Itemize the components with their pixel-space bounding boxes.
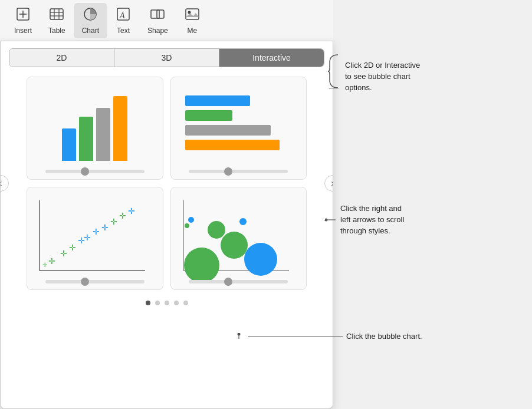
segment-interactive[interactable]: Interactive — [219, 49, 324, 67]
slider-3[interactable] — [45, 280, 145, 283]
shape-label: Shape — [147, 27, 168, 35]
svg-rect-12 — [157, 10, 164, 18]
page-dot-2[interactable] — [155, 301, 160, 305]
chart-card-scatter[interactable]: ✛ ✛ ✛ ✛ ✛ ✛ ✛ ✛ ✛ ✛ ✛ — [27, 187, 163, 290]
svg-rect-3 — [50, 9, 63, 19]
chart-card-bar-vertical[interactable] — [27, 77, 163, 180]
arrow-right-icon — [325, 216, 337, 223]
chart-label: Chart — [82, 27, 99, 35]
annotation-3-text: Click the bubble chart. — [346, 331, 422, 342]
annotation-3: Click the bubble chart. — [233, 331, 422, 342]
slider-thumb-3 — [81, 278, 89, 286]
segment-control: 2D 3D Interactive — [9, 48, 324, 67]
svg-point-16 — [325, 219, 328, 222]
chart-grid: ✛ ✛ ✛ ✛ ✛ ✛ ✛ ✛ ✛ ✛ ✛ — [18, 72, 315, 295]
text-button[interactable]: A Text — [107, 3, 139, 38]
bar-horizontal-chart — [177, 84, 301, 161]
table-icon — [49, 6, 64, 24]
arrow-down-icon — [233, 333, 245, 340]
scatter-chart: ✛ ✛ ✛ ✛ ✛ ✛ ✛ ✛ ✛ ✛ ✛ — [33, 194, 157, 271]
nav-right-button[interactable]: › — [324, 175, 333, 192]
page-dot-1[interactable] — [146, 301, 150, 305]
segment-2d[interactable]: 2D — [9, 49, 114, 67]
shape-icon — [150, 6, 165, 24]
media-label: Me — [187, 27, 197, 35]
segment-3d[interactable]: 3D — [114, 49, 219, 67]
chart-icon — [83, 6, 98, 24]
slider-thumb-2 — [224, 167, 232, 176]
text-label: Text — [117, 27, 130, 35]
insert-label: Insert — [14, 27, 32, 35]
slider-2[interactable] — [189, 170, 288, 173]
chart-panel: 2D 3D Interactive ‹ › — [0, 41, 333, 409]
toolbar: Insert Table Chart A — [0, 0, 333, 41]
bubble-chart — [177, 194, 301, 271]
chart-button[interactable]: Chart — [74, 3, 107, 38]
annotation-1-text: Click 2D or Interactive to see bubble ch… — [345, 60, 420, 94]
nav-left-button[interactable]: ‹ — [0, 175, 9, 192]
media-icon — [185, 6, 200, 24]
bar-vertical-chart — [33, 84, 157, 161]
slider-1[interactable] — [45, 170, 145, 173]
brace-icon — [327, 54, 340, 88]
insert-button[interactable]: Insert — [6, 3, 40, 38]
table-button[interactable]: Table — [40, 3, 74, 38]
annotation-2: Click the right and left arrows to scrol… — [324, 203, 404, 237]
svg-rect-11 — [151, 10, 159, 18]
annotation-1: Click 2D or Interactive to see bubble ch… — [327, 52, 420, 94]
svg-point-14 — [188, 11, 191, 14]
media-button[interactable]: Me — [176, 3, 208, 38]
slider-thumb-4 — [224, 278, 232, 286]
slider-thumb-1 — [81, 167, 89, 176]
pagination — [1, 295, 333, 312]
table-label: Table — [48, 27, 65, 35]
chevron-left-icon: ‹ — [0, 178, 2, 189]
chevron-right-icon: › — [331, 178, 333, 189]
svg-rect-13 — [186, 9, 199, 19]
chart-card-bar-horizontal[interactable] — [170, 77, 307, 180]
shape-button[interactable]: Shape — [139, 3, 176, 38]
annotation-2-text: Click the right and left arrows to scrol… — [340, 203, 404, 237]
page-dot-5[interactable] — [183, 301, 188, 305]
insert-icon — [15, 6, 31, 24]
page-dot-4[interactable] — [174, 301, 179, 305]
svg-point-18 — [238, 333, 241, 336]
svg-text:A: A — [119, 11, 125, 20]
page-dot-3[interactable] — [165, 301, 169, 305]
text-icon: A — [116, 6, 131, 24]
slider-4[interactable] — [189, 280, 288, 283]
chart-card-bubble[interactable] — [170, 187, 307, 290]
